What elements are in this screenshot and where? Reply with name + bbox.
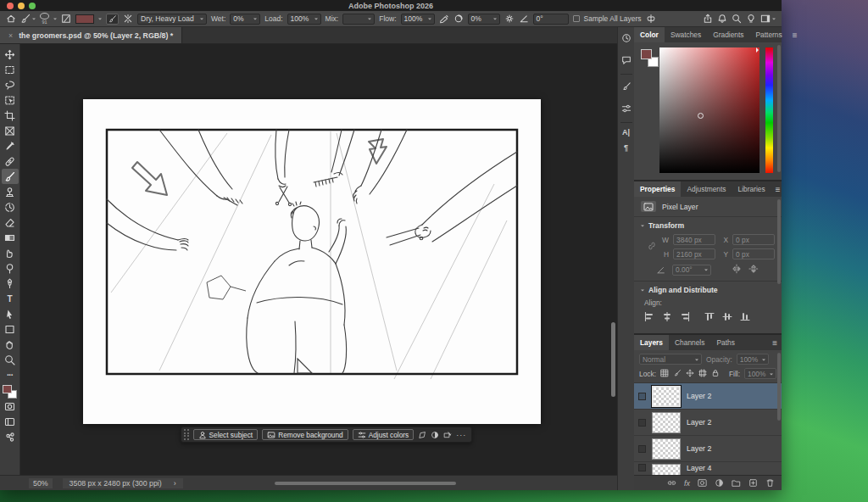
link-layers-icon[interactable] bbox=[667, 476, 676, 491]
canvas-horizontal-scrollbar[interactable] bbox=[275, 482, 456, 485]
panel-menu-icon[interactable]: ≡ bbox=[788, 27, 802, 42]
tab-gradients[interactable]: Gradients bbox=[707, 27, 749, 42]
current-paint-color-swatch[interactable] bbox=[75, 14, 94, 24]
color-swatches[interactable] bbox=[3, 385, 17, 399]
foreground-color-swatch[interactable] bbox=[3, 385, 12, 393]
load-select[interactable]: 100% bbox=[287, 14, 321, 25]
canvas-vertical-scrollbar[interactable] bbox=[611, 322, 615, 397]
fill-select[interactable]: 100% bbox=[744, 368, 776, 379]
eraser-tool[interactable] bbox=[2, 215, 19, 230]
hue-slider[interactable] bbox=[765, 47, 773, 173]
adjustment-layer-icon[interactable] bbox=[715, 476, 724, 491]
tab-color[interactable]: Color bbox=[634, 27, 665, 42]
opacity-select[interactable]: 100% bbox=[737, 354, 769, 365]
spot-healing-brush-tool[interactable] bbox=[2, 153, 19, 169]
clone-stamp-tool[interactable] bbox=[2, 184, 19, 199]
transform-header[interactable]: Transform bbox=[641, 221, 775, 230]
brush-combination-select[interactable]: Dry, Heavy Load bbox=[137, 14, 207, 25]
color-selector-ring[interactable] bbox=[698, 113, 704, 119]
link-dimensions-icon[interactable] bbox=[648, 242, 656, 252]
panel-scrollbar[interactable] bbox=[777, 199, 781, 284]
more-options-icon[interactable]: ··· bbox=[456, 431, 466, 439]
sample-all-layers-checkbox[interactable] bbox=[573, 15, 580, 22]
load-brush-toggle[interactable] bbox=[106, 14, 119, 25]
adjust-colors-button[interactable]: Adjust colors bbox=[353, 429, 415, 440]
crop-rotate-icon[interactable] bbox=[443, 431, 452, 439]
taskbar-drag-handle[interactable] bbox=[184, 429, 189, 440]
smoothing-select[interactable]: 0% bbox=[468, 14, 500, 25]
layer-name[interactable]: Layer 2 bbox=[687, 444, 711, 453]
layer-row[interactable]: Layer 2 bbox=[634, 436, 782, 462]
rectangular-marquee-tool[interactable] bbox=[2, 62, 19, 77]
mixer-brush-tool-icon[interactable] bbox=[20, 14, 36, 24]
layer-visibility-toggle[interactable] bbox=[638, 464, 646, 471]
panel-menu-icon[interactable]: ≡ bbox=[768, 335, 782, 350]
document-info[interactable]: 3508 px x 2480 px (300 ppi)› bbox=[63, 478, 183, 488]
layer-visibility-toggle[interactable] bbox=[638, 393, 646, 400]
layer-visibility-toggle[interactable] bbox=[638, 419, 646, 427]
remove-background-button[interactable]: Remove background bbox=[262, 429, 348, 440]
angle-field[interactable]: 0.00° bbox=[672, 265, 711, 276]
lock-all-icon[interactable] bbox=[711, 369, 720, 379]
align-left-icon[interactable] bbox=[644, 312, 654, 323]
brush-settings-icon[interactable] bbox=[621, 80, 632, 95]
add-layer-mask-icon[interactable] bbox=[698, 476, 707, 491]
layer-row[interactable]: Layer 2 bbox=[634, 383, 782, 410]
y-field[interactable]: 0 px bbox=[732, 248, 775, 259]
layer-name[interactable]: Layer 4 bbox=[687, 464, 711, 472]
canvas-area[interactable]: Select subject Remove background Adjust … bbox=[20, 44, 617, 475]
paragraph-panel-icon[interactable]: ¶ bbox=[624, 143, 628, 152]
chevron-down-icon[interactable] bbox=[53, 19, 57, 22]
path-selection-tool[interactable] bbox=[2, 306, 19, 321]
history-brush-tool[interactable] bbox=[2, 199, 19, 215]
move-tool[interactable] bbox=[2, 47, 19, 62]
type-tool[interactable]: T bbox=[2, 291, 19, 306]
layer-thumbnail[interactable] bbox=[652, 412, 681, 433]
adjustment-icon[interactable] bbox=[431, 431, 439, 439]
color-swatch-pair[interactable] bbox=[639, 47, 659, 173]
tab-properties[interactable]: Properties bbox=[634, 181, 681, 197]
status-chevron-icon[interactable]: › bbox=[174, 479, 176, 488]
align-bottom-icon[interactable] bbox=[740, 312, 750, 323]
layer-thumbnail[interactable] bbox=[652, 386, 681, 407]
lock-transparency-icon[interactable] bbox=[660, 369, 669, 379]
dodge-tool[interactable] bbox=[2, 260, 19, 276]
layer-row[interactable]: Layer 4 bbox=[634, 462, 782, 475]
mixer-brush-tool[interactable] bbox=[2, 169, 19, 184]
history-icon[interactable] bbox=[621, 31, 632, 47]
transform-icon[interactable] bbox=[418, 431, 426, 439]
close-tab-icon[interactable]: × bbox=[8, 31, 13, 40]
toggle-brush-settings-icon[interactable] bbox=[61, 14, 71, 24]
airbrush-icon[interactable] bbox=[439, 14, 449, 24]
lock-position-icon[interactable] bbox=[686, 369, 694, 379]
layer-name[interactable]: Layer 2 bbox=[687, 392, 711, 400]
x-field[interactable]: 0 px bbox=[732, 234, 775, 245]
brush-preset-picker[interactable]: 91 bbox=[40, 12, 49, 25]
flip-horizontal-icon[interactable] bbox=[732, 264, 742, 276]
blend-mode-select[interactable]: Normal bbox=[639, 354, 702, 365]
zoom-level-field[interactable]: 50% bbox=[29, 478, 53, 488]
hand-tool[interactable] bbox=[2, 337, 19, 352]
properties-sliders-icon[interactable] bbox=[621, 102, 632, 117]
discover-lightbulb-icon[interactable] bbox=[746, 14, 756, 24]
flow-select[interactable]: 100% bbox=[401, 14, 435, 25]
notifications-bell-icon[interactable] bbox=[717, 14, 727, 24]
panel-scrollbar[interactable] bbox=[777, 45, 781, 172]
select-subject-button[interactable]: Select subject bbox=[193, 429, 259, 440]
tab-patterns[interactable]: Patterns bbox=[750, 27, 788, 42]
align-top-icon[interactable] bbox=[704, 312, 715, 323]
clean-brush-icon[interactable] bbox=[123, 14, 133, 24]
height-field[interactable]: 2160 px bbox=[673, 248, 715, 259]
new-layer-icon[interactable] bbox=[748, 476, 758, 491]
tab-swatches[interactable]: Swatches bbox=[665, 27, 707, 42]
pen-tool[interactable] bbox=[2, 276, 19, 291]
search-icon[interactable] bbox=[732, 14, 742, 24]
edit-toolbar-icon[interactable]: ··· bbox=[2, 367, 19, 382]
tab-layers[interactable]: Layers bbox=[634, 335, 669, 350]
tab-paths[interactable]: Paths bbox=[710, 335, 740, 350]
delete-layer-trash-icon[interactable] bbox=[765, 476, 775, 491]
mix-select[interactable] bbox=[342, 14, 375, 25]
document-page[interactable] bbox=[83, 99, 541, 424]
layer-thumbnail[interactable] bbox=[652, 464, 681, 475]
align-header[interactable]: Align and Distribute bbox=[641, 286, 775, 294]
